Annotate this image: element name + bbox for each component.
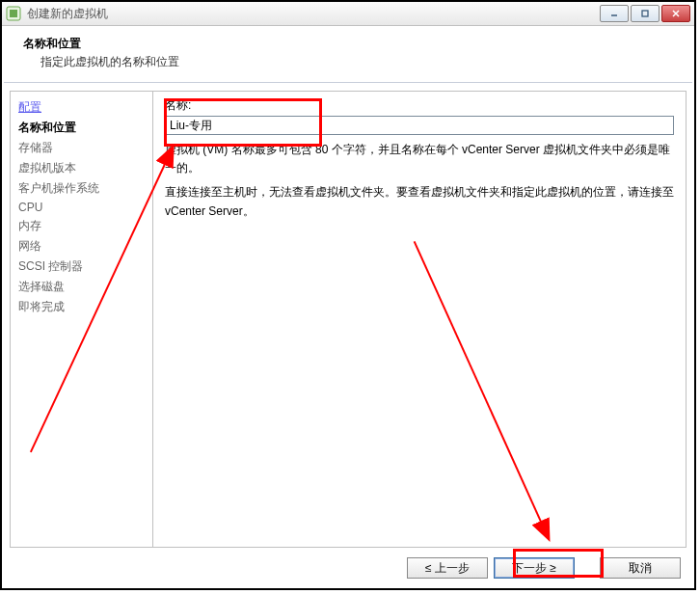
nav-item: CPU [18,199,145,216]
wizard-body: 配置名称和位置存储器虚拟机版本客户机操作系统CPU内存网络SCSI 控制器选择磁… [2,83,694,548]
maximize-button[interactable] [631,5,660,22]
nav-item: 虚拟机版本 [18,158,145,178]
nav-item: 存储器 [18,138,145,158]
wizard-window: 创建新的虚拟机 名称和位置 指定此虚拟机的名称和位置 配置名称和位置存储器虚拟机… [0,0,696,590]
window-buttons [600,5,690,22]
wizard-footer: ≤ 上一步 下一步 ≥ 取消 [2,548,694,588]
back-button[interactable]: ≤ 上一步 [407,557,488,579]
nav-item: 名称和位置 [18,118,145,138]
nav-item: 网络 [18,236,145,256]
nav-item[interactable]: 配置 [18,97,145,118]
close-button[interactable] [661,5,690,22]
svg-rect-3 [642,11,648,16]
nav-pane: 配置名称和位置存储器虚拟机版本客户机操作系统CPU内存网络SCSI 控制器选择磁… [10,91,152,548]
page-title: 名称和位置 [23,36,681,52]
nav-item: 内存 [18,216,145,236]
svg-rect-1 [10,10,17,17]
nav-item: SCSI 控制器 [18,256,145,277]
app-icon [6,6,21,21]
nav-item: 选择磁盘 [18,277,145,297]
vm-name-input[interactable] [165,116,674,135]
minimize-button[interactable] [600,5,629,22]
nav-item: 客户机操作系统 [18,178,145,199]
next-button[interactable]: 下一步 ≥ [494,557,575,579]
help-text-2: 直接连接至主机时，无法查看虚拟机文件夹。要查看虚拟机文件夹和指定此虚拟机的位置，… [165,183,674,220]
wizard-header: 名称和位置 指定此虚拟机的名称和位置 [2,26,694,82]
name-label: 名称: [165,97,674,114]
help-text-1: 虚拟机 (VM) 名称最多可包含 80 个字符，并且名称在每个 vCenter … [165,141,674,177]
nav-item: 即将完成 [18,297,145,317]
titlebar: 创建新的虚拟机 [2,2,694,26]
window-title: 创建新的虚拟机 [27,6,600,22]
content-pane: 名称: 虚拟机 (VM) 名称最多可包含 80 个字符，并且名称在每个 vCen… [152,91,687,548]
cancel-button[interactable]: 取消 [600,557,681,579]
page-subtitle: 指定此虚拟机的名称和位置 [40,54,681,70]
